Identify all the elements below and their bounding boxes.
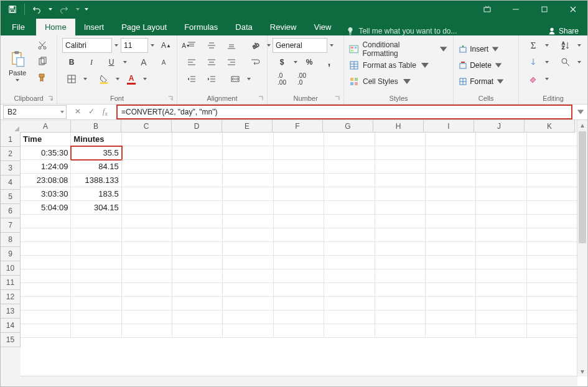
row-header[interactable]: 10 [1,261,21,276]
cell[interactable] [172,242,223,256]
fill-dropdown[interactable] [544,55,550,69]
tab-view[interactable]: View [305,19,340,35]
cell[interactable] [527,228,577,242]
cell[interactable] [324,187,375,201]
number-launcher[interactable] [334,95,342,102]
cell[interactable] [375,228,426,242]
save-icon[interactable] [4,2,21,16]
font-size-input[interactable]: 11 [121,38,148,53]
cell[interactable]: 0:35:30 [21,146,71,160]
tab-formulas[interactable]: Formulas [175,19,226,35]
cell[interactable] [375,297,426,310]
format-painter-button[interactable] [33,70,52,85]
tab-insert[interactable]: Insert [75,19,113,35]
cell[interactable] [426,324,476,338]
cell[interactable]: 35.5 [71,146,121,160]
cell[interactable] [223,146,273,160]
cell[interactable] [476,160,526,174]
align-middle-button[interactable] [202,38,221,53]
cell[interactable] [122,133,172,146]
cell[interactable] [476,324,526,338]
cell[interactable] [375,215,426,228]
cell[interactable] [122,297,172,310]
font-launcher[interactable] [167,95,175,102]
cell[interactable] [21,297,71,310]
font-shrink-a[interactable]: A [154,55,173,70]
cell[interactable] [324,133,375,146]
cell[interactable] [223,256,273,269]
row-header[interactable]: 8 [1,233,21,247]
column-header[interactable]: E [222,120,273,133]
cell[interactable] [122,228,172,242]
row-header[interactable]: 3 [1,161,21,175]
format-cells-button[interactable]: Format [459,74,505,89]
cell[interactable] [223,160,273,174]
fill-button[interactable] [524,55,543,70]
maximize-icon[interactable] [530,1,559,18]
clear-button[interactable] [524,72,543,86]
cell[interactable] [21,283,71,297]
cell[interactable] [426,310,476,324]
scroll-up-icon[interactable]: ▴ [577,120,587,130]
cell[interactable] [223,283,273,297]
cell[interactable] [172,256,223,269]
cell[interactable] [476,310,526,324]
cell[interactable] [426,228,476,242]
cell[interactable] [274,146,324,160]
clear-dropdown[interactable] [544,72,550,86]
cell[interactable] [476,242,526,256]
wrap-text-button[interactable] [246,55,264,70]
cell[interactable] [223,269,273,283]
cell[interactable] [172,133,223,146]
cell[interactable] [476,256,526,269]
percent-button[interactable]: % [300,55,319,70]
delete-cells-button[interactable]: Delete [459,58,505,73]
format-as-table-button[interactable]: Format as Table [349,58,448,73]
cell[interactable] [223,201,273,215]
formula-expand-icon[interactable] [576,106,585,118]
autosum-button[interactable]: Σ [524,38,543,53]
column-header[interactable]: H [373,120,424,133]
cell[interactable] [527,242,577,256]
cell[interactable]: 304.15 [71,201,121,215]
redo-dropdown-icon[interactable] [75,2,81,16]
font-size-dropdown[interactable] [149,39,156,52]
cell[interactable] [527,133,577,146]
align-bottom-button[interactable] [222,38,241,53]
cell[interactable] [324,269,375,283]
cell[interactable] [274,160,324,174]
cell[interactable] [476,215,526,228]
cell[interactable] [426,174,476,187]
cell[interactable] [527,324,577,338]
decrease-decimal-button[interactable]: .00.0 [292,72,311,86]
underline-dropdown[interactable] [122,55,128,69]
cell[interactable] [122,310,172,324]
align-center-button[interactable] [202,55,221,70]
column-header[interactable]: D [172,120,222,133]
row-header[interactable]: 15 [1,333,21,347]
cell[interactable]: Time [21,133,71,146]
cell[interactable] [426,256,476,269]
row-header[interactable]: 4 [1,175,21,190]
italic-button[interactable]: I [82,55,101,70]
cell[interactable] [122,269,172,283]
cell[interactable] [426,215,476,228]
cell[interactable] [172,215,223,228]
vertical-scrollbar[interactable]: ▴ ▾ [577,120,587,376]
number-format-select[interactable]: General [273,38,327,53]
cell[interactable]: 3:03:30 [21,187,71,201]
cell[interactable]: 84.15 [71,160,121,174]
borders-dropdown[interactable] [82,72,88,86]
cell[interactable] [375,310,426,324]
cell[interactable] [172,297,223,310]
ribbon-display-icon[interactable] [473,1,502,18]
cell[interactable] [274,215,324,228]
cell[interactable] [426,133,476,146]
cell[interactable] [21,269,71,283]
copy-button[interactable] [33,54,52,69]
cell[interactable] [71,324,121,338]
column-header[interactable]: G [323,120,373,133]
cell[interactable] [274,310,324,324]
column-header[interactable]: K [525,120,575,133]
cell[interactable] [223,310,273,324]
